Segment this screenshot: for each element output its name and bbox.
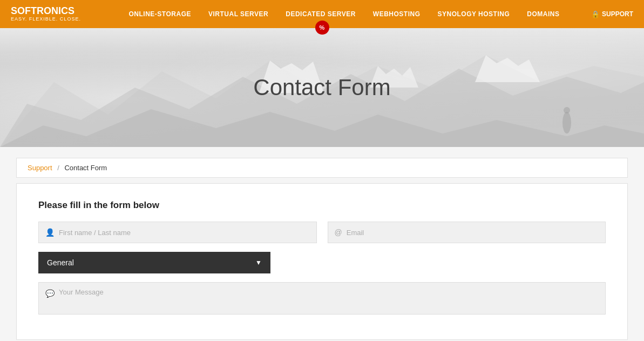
person-icon: 👤 xyxy=(45,228,55,237)
breadcrumb-separator: / xyxy=(57,164,59,172)
svg-point-7 xyxy=(564,107,570,113)
navbar: SOFTRONICS EASY. FLEXIBLE. CLOSE. ONLINE… xyxy=(0,0,644,28)
support-icon: 🔒 xyxy=(591,10,600,18)
brand-name: SOFTRONICS xyxy=(11,6,97,17)
email-input-wrapper: @ xyxy=(328,222,606,243)
dropdown-arrow-icon: ▼ xyxy=(255,259,262,266)
message-input-wrapper: 💬 Your Message xyxy=(38,282,606,315)
brand-logo[interactable]: SOFTRONICS EASY. FLEXIBLE. CLOSE. xyxy=(11,6,97,22)
nav-dedicated-server[interactable]: DEDICATED SERVER xyxy=(277,10,364,18)
hero-title: Contact Form xyxy=(253,75,390,101)
promo-badge[interactable]: % xyxy=(315,21,329,35)
form-section: Please fill in the form below 👤 @ Genera… xyxy=(16,183,628,340)
category-dropdown[interactable]: General ▼ xyxy=(38,252,270,273)
breadcrumb-support-link[interactable]: Support xyxy=(28,164,52,172)
nav-synology-hosting[interactable]: SYNOLOGY HOSTING xyxy=(429,10,518,18)
form-row-dropdown: General ▼ xyxy=(38,252,606,273)
svg-marker-4 xyxy=(475,55,540,82)
form-title: Please fill in the form below xyxy=(38,200,606,211)
name-input[interactable] xyxy=(59,229,310,237)
message-placeholder: Your Message xyxy=(59,288,104,296)
hero-section: Contact Form xyxy=(0,28,644,147)
message-icon: 💬 xyxy=(45,289,55,298)
email-input[interactable] xyxy=(347,229,599,237)
nav-online-storage[interactable]: ONLINE-STORAGE xyxy=(120,10,200,18)
nav-webhosting[interactable]: WEBHOSTING xyxy=(364,10,429,18)
support-label: SUPPORT xyxy=(602,10,633,18)
nav-domains[interactable]: DOMAINS xyxy=(518,10,568,18)
nav-links: ONLINE-STORAGE VIRTUAL SERVER DEDICATED … xyxy=(97,10,591,18)
nav-virtual-server[interactable]: VIRTUAL SERVER xyxy=(200,10,277,18)
breadcrumb: Support / Contact Form xyxy=(16,158,628,178)
form-row-name-email: 👤 @ xyxy=(38,222,606,243)
svg-point-6 xyxy=(562,112,571,133)
breadcrumb-current: Contact Form xyxy=(64,164,107,172)
nav-right: 🔒 SUPPORT xyxy=(591,10,633,18)
brand-tagline: EASY. FLEXIBLE. CLOSE. xyxy=(11,17,97,22)
name-input-wrapper: 👤 xyxy=(38,222,317,243)
form-row-message: 💬 Your Message xyxy=(38,282,606,315)
support-link[interactable]: 🔒 SUPPORT xyxy=(591,10,633,18)
dropdown-label: General xyxy=(47,258,74,267)
at-icon: @ xyxy=(335,228,342,237)
